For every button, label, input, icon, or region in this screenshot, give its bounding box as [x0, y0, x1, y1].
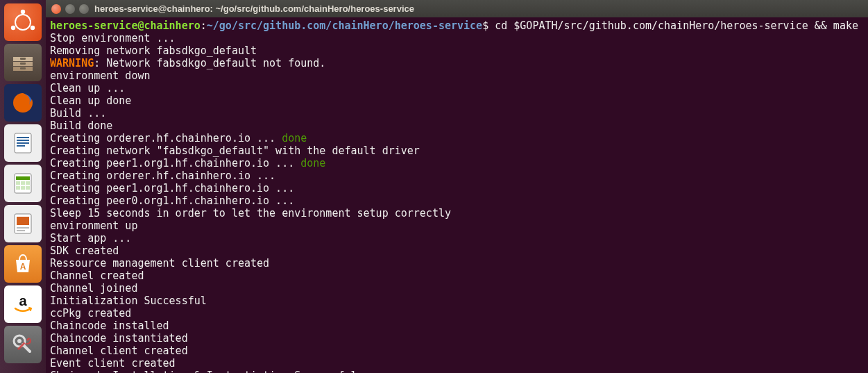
amazon-icon: a: [9, 290, 37, 318]
svg-rect-8: [20, 63, 26, 65]
window-titlebar[interactable]: heroes-service@chainhero: ~/go/src/githu…: [46, 0, 868, 17]
file-manager-icon: [9, 49, 37, 76]
svg-rect-15: [17, 145, 25, 147]
gear-wrench-icon: [9, 331, 37, 358]
window-maximize-icon[interactable]: [79, 4, 89, 14]
svg-rect-13: [17, 140, 29, 141]
terminal-line: environment down: [50, 69, 864, 82]
terminal-line: heroes-service@chainhero:~/go/src/github…: [50, 19, 864, 32]
terminal-line: Chaincode Installation & Instantiation S…: [50, 370, 864, 373]
svg-point-31: [17, 339, 22, 343]
impress-icon: [9, 210, 37, 238]
launcher-writer[interactable]: [4, 124, 42, 162]
svg-rect-20: [26, 181, 30, 185]
svg-rect-21: [16, 186, 20, 190]
window-close-icon[interactable]: [51, 4, 61, 14]
launcher-settings[interactable]: [4, 326, 42, 363]
command-text: cd $GOPATH/src/github.com/chainHero/hero…: [488, 19, 858, 32]
window-minimize-icon[interactable]: [65, 4, 75, 14]
svg-rect-23: [26, 186, 30, 190]
svg-rect-14: [17, 142, 29, 144]
window-title: heroes-service@chainhero: ~/go/src/githu…: [94, 3, 414, 14]
svg-rect-18: [16, 181, 20, 185]
terminal-line: WARNING: Network fabsdkgo_default not fo…: [50, 57, 864, 69]
launcher-firefox[interactable]: [4, 84, 42, 122]
terminal-line: Removing network fabsdkgo_default: [50, 44, 864, 57]
terminal-line: Channel joined: [50, 282, 864, 295]
svg-rect-12: [17, 137, 29, 138]
svg-rect-26: [17, 227, 29, 229]
svg-point-3: [31, 26, 35, 30]
launcher-calc[interactable]: [4, 165, 42, 202]
calc-icon: [9, 169, 37, 197]
terminal-line: Chaincode installed: [50, 320, 864, 332]
svg-rect-27: [17, 230, 25, 231]
svg-rect-25: [17, 217, 29, 225]
writer-icon: [9, 129, 37, 157]
terminal-line: Creating orderer.hf.chainhero.io ...: [50, 169, 864, 182]
launcher-impress[interactable]: [4, 205, 42, 242]
svg-rect-17: [16, 176, 30, 180]
terminal-line: Creating peer1.org1.hf.chainhero.io ... …: [50, 157, 864, 169]
svg-rect-9: [20, 67, 26, 69]
terminal-line: Channel created: [50, 270, 864, 282]
svg-text:A: A: [20, 262, 26, 272]
terminal-line: Ressource management client created: [50, 257, 864, 270]
terminal-line: Creating peer1.org1.hf.chainhero.io ...: [50, 182, 864, 194]
terminal-window: heroes-service@chainhero: ~/go/src/githu…: [46, 0, 868, 373]
terminal-body[interactable]: heroes-service@chainhero:~/go/src/github…: [46, 17, 868, 373]
ubuntu-logo-icon: [9, 8, 37, 36]
terminal-line: Creating peer0.org1.hf.chainhero.io ...: [50, 194, 864, 207]
terminal-line: Initialization Successful: [50, 295, 864, 307]
prompt: heroes-service@chainhero:~/go/src/github…: [50, 19, 488, 32]
terminal-line: Clean up done: [50, 94, 864, 107]
terminal-line: SDK created: [50, 244, 864, 257]
terminal-line: Start app ...: [50, 232, 864, 244]
terminal-line: Channel client created: [50, 345, 864, 357]
terminal-line: Chaincode instantiated: [50, 332, 864, 345]
terminal-line: Stop environment ...: [50, 32, 864, 44]
firefox-icon: [9, 89, 37, 117]
svg-text:a: a: [19, 293, 27, 308]
terminal-line: Build ...: [50, 107, 864, 119]
shopping-bag-icon: A: [9, 250, 37, 278]
launcher-amazon[interactable]: a: [4, 285, 42, 323]
svg-rect-22: [21, 186, 25, 190]
launcher-dash[interactable]: [4, 3, 42, 41]
svg-point-1: [21, 10, 25, 14]
launcher-bar: A a: [0, 0, 46, 373]
svg-rect-7: [20, 58, 26, 60]
terminal-line: Creating network "fabsdkgo_default" with…: [50, 144, 864, 157]
terminal-line: Sleep 15 seconds in order to let the env…: [50, 207, 864, 219]
svg-point-0: [15, 15, 31, 30]
terminal-line: Event client created: [50, 357, 864, 370]
terminal-line: ccPkg created: [50, 307, 864, 320]
terminal-line: Build done: [50, 119, 864, 132]
svg-rect-19: [21, 181, 25, 185]
svg-point-2: [11, 26, 15, 30]
terminal-line: Creating orderer.hf.chainhero.io ... don…: [50, 132, 864, 144]
terminal-line: environment up: [50, 219, 864, 232]
launcher-software[interactable]: A: [4, 245, 42, 283]
launcher-files[interactable]: [4, 44, 42, 81]
terminal-line: Clean up ...: [50, 82, 864, 94]
